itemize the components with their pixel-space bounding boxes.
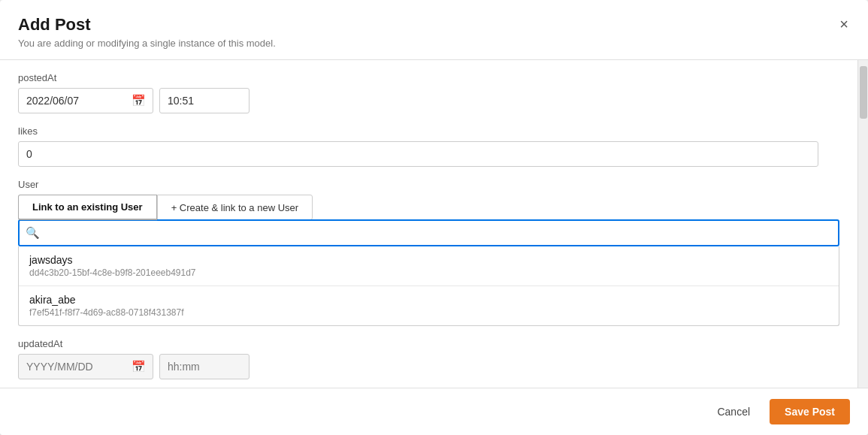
likes-label: likes: [18, 125, 839, 137]
date-input-wrapper: 📅: [18, 88, 153, 113]
save-post-button[interactable]: Save Post: [770, 399, 850, 424]
user-uuid: f7ef541f-f8f7-4d69-ac88-0718f431387f: [29, 307, 828, 318]
modal-subtitle: You are adding or modifying a single ins…: [18, 38, 850, 49]
likes-input[interactable]: [18, 141, 818, 167]
user-uuid: dd4c3b20-15bf-4c8e-b9f8-201eeeb491d7: [29, 267, 828, 278]
modal-footer: Cancel Save Post: [0, 388, 868, 435]
posted-at-section: postedAt 📅: [18, 72, 839, 113]
user-name: akira_abe: [29, 294, 828, 306]
add-post-modal: Add Post You are adding or modifying a s…: [0, 0, 868, 435]
tab-create-new[interactable]: + Create & link to a new User: [157, 195, 313, 220]
likes-section: likes: [18, 125, 839, 167]
close-button[interactable]: ×: [835, 14, 853, 35]
posted-at-row: 📅: [18, 88, 839, 113]
updated-date-wrapper: 📅: [18, 354, 153, 379]
user-list: jawsdays dd4c3b20-15bf-4c8e-b9f8-201eeeb…: [18, 246, 839, 326]
user-name: jawsdays: [29, 254, 828, 266]
updated-at-row: 📅: [18, 354, 839, 379]
updated-at-time-input[interactable]: [159, 354, 250, 379]
updated-at-label: updatedAt: [18, 338, 839, 349]
user-item-akira-abe[interactable]: akira_abe f7ef541f-f8f7-4d69-ac88-0718f4…: [19, 286, 839, 325]
scrollbar-thumb: [860, 66, 867, 119]
posted-at-date-input[interactable]: [18, 88, 153, 113]
user-section: User Link to an existing User + Create &…: [18, 179, 839, 326]
updated-at-date-input[interactable]: [18, 354, 153, 379]
user-label: User: [18, 179, 839, 190]
user-search-input[interactable]: [18, 219, 839, 246]
user-tabs: Link to an existing User + Create & link…: [18, 195, 839, 220]
posted-at-time-input[interactable]: [159, 88, 250, 113]
tab-link-existing[interactable]: Link to an existing User: [18, 195, 157, 220]
posted-at-label: postedAt: [18, 72, 839, 83]
content-area: postedAt 📅 likes User Link to an ex: [0, 60, 868, 388]
main-content: postedAt 📅 likes User Link to an ex: [0, 60, 857, 388]
scrollbar: [857, 60, 868, 388]
user-search-wrapper: 🔍: [18, 219, 839, 246]
user-item-jawsdays[interactable]: jawsdays dd4c3b20-15bf-4c8e-b9f8-201eeeb…: [19, 246, 839, 286]
cancel-button[interactable]: Cancel: [706, 400, 761, 424]
modal-title: Add Post: [18, 15, 850, 35]
modal-header: Add Post You are adding or modifying a s…: [0, 0, 868, 60]
updated-at-section: updatedAt 📅: [18, 338, 839, 379]
